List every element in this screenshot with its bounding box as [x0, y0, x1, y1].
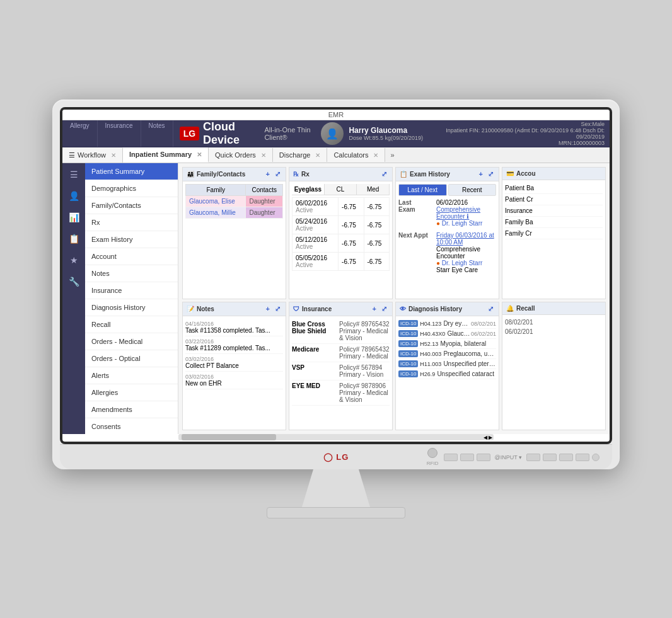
user-icon[interactable]: 👤 [65, 187, 83, 205]
star-icon[interactable]: ★ [65, 251, 83, 269]
tab-quick-orders[interactable]: Quick Orders ✕ [209, 148, 273, 162]
last-next-tab[interactable]: Last / Next [398, 184, 447, 196]
expand-insurance-btn[interactable]: ⤢ [380, 305, 388, 313]
expand-diagnosis-btn[interactable]: ⤢ [487, 305, 495, 313]
nav-diagnosis-history[interactable]: Diagnosis History [85, 299, 178, 316]
nav-rx[interactable]: Rx [85, 214, 178, 231]
nav-alerts[interactable]: Alerts [85, 367, 178, 384]
list-item: 03/02/2016 Collect PT Balance [185, 354, 283, 372]
rx-val1-2: -6.75 [339, 216, 364, 234]
expand-exam-btn[interactable]: ⤢ [487, 170, 495, 178]
icd-code-1: H04.123 [420, 321, 441, 327]
nav-allergies[interactable]: Allergies [85, 384, 178, 401]
power-btn[interactable] [592, 454, 600, 461]
recall-body: 08/02/201 06/02/201 [502, 315, 605, 339]
icd-code-6: H26.9 [420, 371, 435, 377]
tab-inpatient-summary[interactable]: Inpatient Summary ✕ [123, 147, 209, 163]
rx-tab-med[interactable]: Med [357, 184, 390, 195]
account-header: 💳Accou [502, 168, 605, 180]
next-appt-date[interactable]: Friday 06/03/2016 at 10:00 AM [436, 232, 496, 246]
allergy-tab[interactable]: Allergy [62, 120, 98, 147]
nav-exam-history[interactable]: Exam History [85, 231, 178, 248]
scroll-left-btn[interactable]: ◀ [484, 435, 487, 440]
close-discharge-tab[interactable]: ✕ [315, 152, 320, 159]
close-quick-orders-tab[interactable]: ✕ [261, 152, 266, 159]
rx-date-1: 06/02/2016Active [293, 198, 339, 216]
patient-details: Sex:Male Inpatient FIN: 2100009580 (Admt… [428, 121, 605, 146]
table-row[interactable]: Glaucoma, Elise Daughter [186, 196, 283, 207]
nav-recall[interactable]: Recall [85, 316, 178, 333]
monitor-btn-4[interactable] [526, 454, 540, 461]
close-inpatient-tab[interactable]: ✕ [197, 151, 202, 158]
avatar-placeholder: 👤 [321, 122, 344, 145]
tab-calculators[interactable]: Calculators ✕ [327, 148, 385, 162]
insurance-tab[interactable]: Insurance [98, 120, 141, 147]
tab-discharge[interactable]: Discharge ✕ [273, 148, 328, 162]
list-item: 03/22/2016 Task #11289 completed. Tas... [185, 336, 283, 354]
chart-icon[interactable]: 📊 [65, 209, 83, 226]
add-exam-btn[interactable]: + [478, 170, 484, 178]
list-icon[interactable]: 📋 [65, 230, 83, 248]
table-row[interactable]: Glaucoma, Millie Daughter [186, 207, 283, 219]
family-contacts-card: 👨‍👩‍👧Family/Contacts + ⤢ Family [182, 167, 286, 299]
expand-rx-btn[interactable]: ⤢ [380, 170, 388, 178]
nav-consents[interactable]: Consents [85, 418, 178, 434]
nav-orders-optical[interactable]: Orders - Optical [85, 350, 178, 367]
nav-orders-medical[interactable]: Orders - Medical [85, 333, 178, 350]
notes-card: 📝Notes + ⤢ 04/16/2016 Task #11358 comple… [182, 302, 286, 430]
close-workflow-tab[interactable]: ✕ [111, 152, 116, 159]
monitor-btn-6[interactable] [559, 454, 573, 461]
rx-body: Eyeglass CL Med 06/02/2016Active -6.75 -… [289, 181, 392, 273]
recent-tab[interactable]: Recent [448, 184, 497, 196]
monitor-btn-2[interactable] [460, 454, 474, 461]
nav-notes[interactable]: Notes [85, 265, 178, 282]
rfid-label: RFID [427, 461, 439, 466]
nav-insurance[interactable]: Insurance [85, 282, 178, 299]
nav-account[interactable]: Account [85, 248, 178, 265]
tab-workflow[interactable]: ☰ Workflow ✕ [62, 148, 123, 163]
next-appt-practice: Starr Eye Care [436, 266, 496, 273]
list-item: ICD-10 H11.003 Unspecified pterygium... [398, 359, 496, 369]
icd-code-3: H52.13 [420, 341, 438, 347]
last-exam-link[interactable]: Comprehensive Encounter ℹ [436, 206, 496, 220]
icd-code-4: H40.003 [420, 351, 441, 357]
rx-header: ℞Rx ⤢ [289, 168, 392, 181]
expand-notes-btn[interactable]: ⤢ [274, 305, 282, 313]
close-calculators-tab[interactable]: ✕ [373, 152, 378, 159]
rx-tab-cl[interactable]: CL [325, 184, 357, 195]
scroll-right-btn[interactable]: ▶ [489, 435, 492, 440]
brand-name: Cloud Device [203, 120, 260, 147]
add-note-btn[interactable]: + [265, 305, 271, 313]
nav-patient-summary[interactable]: Patient Summary [85, 163, 178, 180]
rx-tab-eyeglass[interactable]: Eyeglass [292, 184, 325, 195]
add-family-btn[interactable]: + [265, 170, 271, 178]
monitor-buttons: RFID @INPUT ▾ [427, 448, 600, 466]
monitor-btn-1[interactable] [444, 454, 458, 461]
last-exam-doc: ● Dr. Leigh Starr [436, 220, 496, 227]
more-tabs-button[interactable]: » [385, 148, 399, 162]
table-row: 05/24/2016Active -6.75 -6.75 [293, 216, 390, 234]
account-body: Patient Ba Patient Cr Insurance Family B… [502, 180, 605, 242]
rx-card: ℞Rx ⤢ Eyeglass CL Med [289, 167, 393, 299]
rx-val1-1: -6.75 [339, 198, 364, 216]
icd-code-2: H40.43X0 [420, 331, 445, 337]
insurance-card: 🛡Insurance + ⤢ Blue Cross Blue Shield Po… [289, 302, 393, 430]
monitor-btn-5[interactable] [543, 454, 557, 461]
nav-tabs-bar: ☰ Workflow ✕ Inpatient Summary ✕ Quick O… [62, 147, 610, 163]
expand-family-btn[interactable]: ⤢ [274, 170, 282, 178]
nav-demographics[interactable]: Demographics [85, 180, 178, 197]
notes-tab[interactable]: Notes [141, 120, 173, 147]
monitor-btn-3[interactable] [477, 454, 490, 461]
monitor-btn-7[interactable] [576, 454, 589, 461]
tools-icon[interactable]: 🔧 [65, 273, 83, 290]
exam-body: Last / Next Recent LastExam 06/02/2016 C… [396, 181, 499, 277]
nav-amendments[interactable]: Amendments [85, 401, 178, 418]
add-insurance-btn[interactable]: + [371, 305, 378, 313]
nav-family-contacts[interactable]: Family/Contacts [85, 197, 178, 214]
rx-val2-2: -6.75 [364, 216, 389, 234]
account-row-4: Family Ba [505, 217, 603, 228]
horizontal-scrollbar[interactable]: ◀ ▶ [178, 434, 494, 440]
rx-date-2: 05/24/2016Active [293, 216, 339, 234]
next-appt-type: Comprehensive Encounter [436, 246, 496, 260]
menu-icon[interactable]: ☰ [65, 166, 83, 183]
